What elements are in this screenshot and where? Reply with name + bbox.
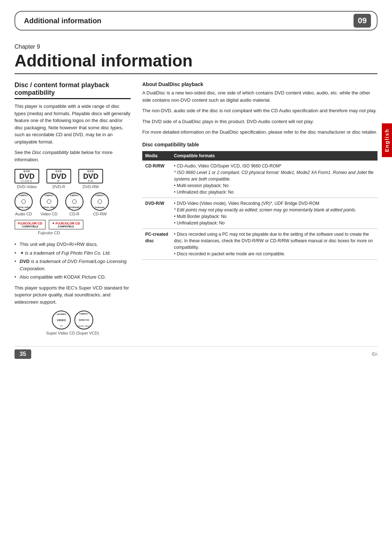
table-row: DVD-R/W • DVD-Video (Video mode), Video … (142, 198, 377, 228)
formats-cdrw: • CD-Audio, Video CD/Super VCD, ISO 9660… (171, 161, 377, 198)
svcd-logos: eSVIDEO VIDEO CD COMPACT SUPER VCD DIGIT… (52, 311, 93, 329)
dvd-rw-icon: DVD DVD RW (78, 169, 103, 183)
footer-area: 35 En (15, 346, 377, 359)
svcd-label: Super Video CD (Super VCD) (46, 331, 99, 335)
chapter-main-title: Additional information (15, 51, 377, 74)
left-col-para2: See the Disc compatibility table below f… (15, 149, 131, 163)
svcd-compact-icon: COMPACT SUPER VCD DIGITAL VIDEO (74, 311, 93, 329)
cd-r-icon: COMPACT RECORDABLE (65, 193, 83, 211)
fujicolor-cd-badge: FUJICOLOR CDCOMPATIBLE (15, 220, 46, 230)
media-dvdrw: DVD-R/W (142, 198, 171, 228)
dvd-video-icon: DVD DVD VIDEO (15, 169, 39, 183)
table-row: CD-R/RW • CD-Audio, Video CD/Super VCD, … (142, 161, 377, 198)
cd-rw-icon: COMPACT ReWritable (91, 193, 109, 211)
compat-table: Media Compatible formats CD-R/RW • CD-Au… (142, 151, 377, 260)
audio-cd-label: Audio CD (15, 212, 32, 216)
fujicolor-cd-label: Fujicolor CD (38, 231, 60, 235)
cd-rw-logo-item: COMPACT ReWritable CD-RW (91, 193, 109, 216)
fujicolor-cd-logo-item: FUJICOLOR CDCOMPATIBLE ✦ FUJICOLOR CDCOM… (15, 220, 83, 235)
compat-table-heading: Disc compatibility table (142, 142, 377, 147)
section-heading: Disc / content format playback compatibi… (15, 81, 131, 99)
cd-r-logo-item: COMPACT RECORDABLE CD-R (65, 193, 83, 216)
right-column: About DualDisc playback A DualDisc is a … (142, 81, 377, 335)
logo-area: DVD DVD VIDEO DVD-Video DVD DVD R DVD-R (15, 169, 131, 235)
fujicolor-row: FUJICOLOR CDCOMPATIBLE ✦ FUJICOLOR CDCOM… (15, 220, 131, 235)
bullet-fuji: ✦ is a trademark of Fuji Photo Film Co. … (15, 250, 131, 257)
para2-prefix: See the (15, 150, 32, 155)
chapter-number-badge: 09 (354, 14, 371, 28)
dualdisc-heading: About DualDisc playback (142, 81, 377, 87)
cd-logos-row: COMPACT DIGITAL AUDIO Audio CD COMPACT D… (15, 193, 131, 216)
left-col-para1: This player is compatible with a wide ra… (15, 103, 131, 145)
media-cdrw: CD-R/RW (142, 161, 171, 198)
footer-lang: En (372, 352, 377, 357)
dvd-rw-logo-item: DVD DVD RW DVD-RW (78, 169, 103, 189)
bullet-kodak: Also compatible with KODAK Picture CD. (15, 274, 131, 281)
bullet-dvdplus: This unit will play DVD+R/+RW discs. (15, 241, 131, 248)
svcd-area: eSVIDEO VIDEO CD COMPACT SUPER VCD DIGIT… (15, 311, 131, 335)
table-col-media: Media (142, 151, 171, 161)
video-cd-icon: COMPACT DIGITAL VIDEO (40, 193, 58, 211)
left-column: Disc / content format playback compatibi… (15, 81, 131, 335)
dvd-logos-row: DVD DVD VIDEO DVD-Video DVD DVD R DVD-R (15, 169, 131, 189)
bullet-list: This unit will play DVD+R/+RW discs. ✦ i… (15, 241, 131, 281)
dualdisc-para2: The non-DVD, audio side of the disc is n… (142, 107, 377, 114)
chapter-label: Chapter 9 (15, 44, 377, 50)
audio-cd-icon: COMPACT DIGITAL AUDIO (15, 193, 33, 211)
dvd-r-label: DVD-R (53, 185, 65, 189)
svcd-video-icon: eSVIDEO VIDEO CD (52, 311, 71, 329)
dualdisc-para3: The DVD side of a DualDisc plays in this… (142, 118, 377, 125)
bullet-dvd-trademark: DVD is a trademark of DVD Format/Logo Li… (15, 258, 131, 272)
dvd-video-label: DVD-Video (17, 185, 37, 189)
left-col-para3: This player supports the IEC's Super VCD… (15, 284, 131, 306)
cd-r-label: CD-R (69, 212, 79, 216)
two-col-layout: Disc / content format playback compatibi… (15, 81, 377, 335)
table-row: PC-createddisc • Discs recorded using a … (142, 228, 377, 259)
fujicolor-compatible-badge: ✦ FUJICOLOR CDCOMPATIBLE (49, 220, 83, 230)
dualdisc-para4: For more detailed information on the Dua… (142, 129, 377, 136)
dvd-r-icon: DVD DVD R (46, 169, 71, 183)
dvd-rw-label: DVD-RW (82, 185, 99, 189)
video-cd-logo-item: COMPACT DIGITAL VIDEO Video CD (40, 193, 58, 216)
chapter-area: Chapter 9 Additional information (15, 44, 377, 74)
cd-rw-label: CD-RW (93, 212, 107, 216)
header-bar: Additional information 09 (15, 11, 377, 31)
video-cd-label: Video CD (41, 212, 58, 216)
formats-pc-disc: • Discs recorded using a PC may not be p… (171, 228, 377, 259)
audio-cd-logo-item: COMPACT DIGITAL AUDIO Audio CD (15, 193, 33, 216)
language-tab: English (382, 123, 392, 157)
media-pc-disc: PC-createddisc (142, 228, 171, 259)
dualdisc-para1: A DualDisc is a new two‑sided disc, one … (142, 89, 377, 104)
dvd-video-logo-item: DVD DVD VIDEO DVD-Video (15, 169, 39, 189)
table-col-formats: Compatible formats (171, 151, 377, 161)
header-title: Additional information (24, 17, 101, 25)
page-number: 35 (15, 349, 31, 359)
formats-dvdrw: • DVD-Video (Video mode), Video Recordin… (171, 198, 377, 228)
dvd-r-logo-item: DVD DVD R DVD-R (46, 169, 71, 189)
para2-italic: Disc compatibility table (32, 150, 80, 155)
